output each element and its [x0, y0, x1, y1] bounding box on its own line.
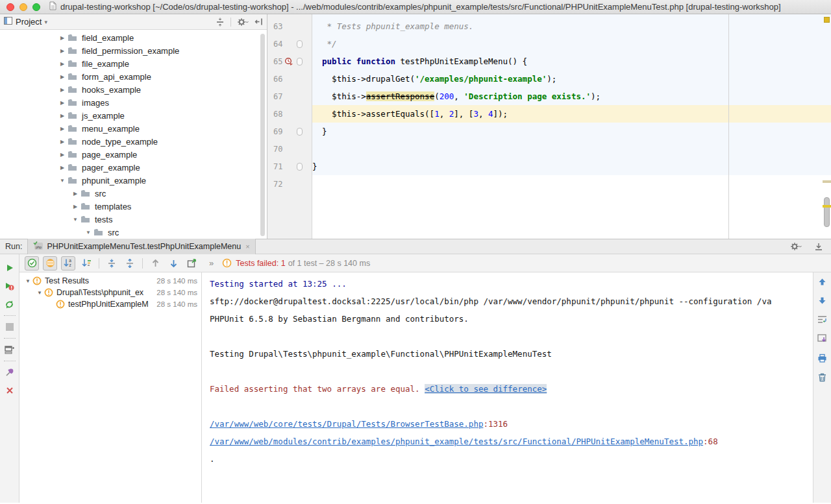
down-stack-trace-button[interactable]: [818, 296, 826, 307]
project-tree-item[interactable]: ▼tests: [0, 213, 267, 226]
project-tree-item[interactable]: ▼phpunit_example: [0, 174, 267, 187]
chevron-expanded-icon[interactable]: ▼: [35, 290, 44, 296]
project-tree-item[interactable]: ▶node_type_example: [0, 135, 267, 148]
chevron-collapsed-icon[interactable]: ▶: [57, 87, 68, 93]
rerun-failed-tests-button[interactable]: [0, 277, 19, 295]
console-text: sftp://docker@drupaltest.docksal:2225/us…: [210, 296, 771, 306]
test-tree-item[interactable]: ▼Test Results28 s 140 ms: [19, 275, 201, 287]
project-tree-item[interactable]: ▶hooks_example: [0, 83, 267, 96]
fold-marker-icon[interactable]: [297, 163, 303, 171]
inspection-status-icon[interactable]: [824, 17, 830, 23]
project-tree-item[interactable]: ▶file_example: [0, 57, 267, 70]
restore-layout-button[interactable]: [0, 341, 19, 359]
chevron-down-icon[interactable]: ▾: [44, 19, 47, 25]
hide-panel-button[interactable]: [254, 18, 263, 26]
editor-line[interactable]: 68 $this->assertEquals([1, 2], [3, 4]);: [267, 105, 831, 123]
project-tree-item[interactable]: ▶page_example: [0, 148, 267, 161]
project-tree-item[interactable]: ▶menu_example: [0, 122, 267, 135]
chevron-collapsed-icon[interactable]: ▶: [57, 126, 68, 132]
chevron-collapsed-icon[interactable]: ▶: [57, 113, 68, 119]
editor-line[interactable]: 65 public function testPhpUnitExampleMen…: [267, 53, 831, 70]
sort-alphabetically-button[interactable]: az: [61, 256, 75, 270]
next-failed-test-button[interactable]: [166, 256, 180, 270]
code-text: * Tests phpunit_example menus.: [312, 18, 831, 35]
run-settings-gear-button[interactable]: [790, 242, 802, 251]
chevron-collapsed-icon[interactable]: ▶: [57, 48, 68, 54]
editor-line[interactable]: 64 */: [267, 35, 831, 53]
console-link[interactable]: <Click to see difference>: [425, 384, 547, 394]
folder-icon: [68, 163, 77, 171]
chevron-collapsed-icon[interactable]: ▶: [57, 74, 68, 80]
rerun-tests-button[interactable]: [0, 259, 19, 277]
close-tab-icon[interactable]: ×: [245, 243, 249, 250]
chevron-collapsed-icon[interactable]: ▶: [70, 191, 81, 197]
project-panel-title[interactable]: Project: [16, 17, 42, 27]
settings-gear-button[interactable]: [237, 18, 249, 27]
collapse-all-button[interactable]: [123, 256, 137, 270]
project-tree-item[interactable]: ▶pager_example: [0, 161, 267, 174]
print-button[interactable]: [817, 354, 827, 365]
project-tree-item[interactable]: ▶form_api_example: [0, 70, 267, 83]
chevron-collapsed-icon[interactable]: ▶: [57, 61, 68, 67]
expand-all-button[interactable]: [105, 256, 119, 270]
show-ignored-button[interactable]: [43, 256, 57, 270]
editor-line[interactable]: 72: [267, 175, 831, 193]
show-passed-button[interactable]: [25, 256, 39, 270]
project-tree-item[interactable]: ▶src: [0, 187, 267, 200]
project-tree-item[interactable]: ▶templates: [0, 200, 267, 213]
chevron-collapsed-icon[interactable]: ▶: [57, 152, 68, 158]
previous-failed-test-button[interactable]: [148, 256, 162, 270]
failed-test-clock-icon[interactable]: [284, 57, 293, 66]
chevron-collapsed-icon[interactable]: ▶: [57, 35, 68, 41]
test-console-output[interactable]: Testing started at 13:25 ...sftp://docke…: [201, 272, 813, 503]
editor-scrollbar[interactable]: [824, 197, 830, 227]
stop-button[interactable]: [0, 318, 19, 336]
console-link[interactable]: /var/www/web/core/tests/Drupal/Tests/Bro…: [210, 419, 483, 429]
minimize-window-button[interactable]: [19, 3, 27, 11]
run-tab[interactable]: php PHPUnitExampleMenuTest.testPhpUnitEx…: [27, 239, 255, 254]
chevron-collapsed-icon[interactable]: ▶: [57, 139, 68, 145]
soft-wrap-button[interactable]: [817, 315, 827, 326]
editor-line[interactable]: 70: [267, 140, 831, 158]
hide-run-panel-button[interactable]: [814, 243, 823, 251]
stripe-caret-mark[interactable]: [823, 205, 831, 208]
fold-marker-icon[interactable]: [297, 128, 303, 136]
chevron-expanded-icon[interactable]: ▼: [70, 217, 81, 222]
code-editor[interactable]: 63 * Tests phpunit_example menus.64 */65…: [267, 14, 831, 239]
toggle-auto-test-button[interactable]: [0, 295, 19, 313]
editor-line[interactable]: 66 $this->drupalGet('/examples/phpunit-e…: [267, 70, 831, 88]
test-tree-item[interactable]: testPhpUnitExampleM28 s 140 ms: [19, 298, 201, 310]
more-actions-chevrons[interactable]: »: [209, 258, 214, 268]
project-tree-item[interactable]: ▶field_permission_example: [0, 44, 267, 57]
project-tree-item[interactable]: ▶js_example: [0, 109, 267, 122]
clear-all-button[interactable]: [818, 373, 826, 384]
close-panel-button[interactable]: [0, 381, 19, 400]
editor-line[interactable]: 67 $this->assertResponse(200, 'Descripti…: [267, 88, 831, 105]
editor-line[interactable]: 69 }: [267, 123, 831, 140]
editor-line[interactable]: 71}: [267, 158, 831, 175]
close-window-button[interactable]: [6, 3, 14, 11]
scroll-to-end-button[interactable]: [817, 334, 827, 345]
project-tree-item[interactable]: ▶images: [0, 96, 267, 109]
chevron-expanded-icon[interactable]: ▼: [23, 278, 32, 284]
console-link[interactable]: /var/www/web/modules/contrib/examples/ph…: [210, 437, 703, 446]
test-tree-item[interactable]: ▼Drupal\Tests\phpunit_ex28 s 140 ms: [19, 287, 201, 298]
sort-by-duration-button[interactable]: [79, 256, 93, 270]
project-tree-item[interactable]: ▼src: [0, 226, 267, 239]
chevron-collapsed-icon[interactable]: ▶: [57, 165, 68, 171]
project-tree-item[interactable]: ▶field_example: [0, 31, 267, 44]
chevron-expanded-icon[interactable]: ▼: [57, 178, 68, 184]
fold-marker-icon[interactable]: [297, 58, 303, 66]
chevron-expanded-icon[interactable]: ▼: [83, 230, 93, 235]
chevron-collapsed-icon[interactable]: ▶: [57, 100, 68, 106]
editor-line[interactable]: 63 * Tests phpunit_example menus.: [267, 18, 831, 35]
chevron-collapsed-icon[interactable]: ▶: [70, 204, 81, 210]
fold-marker-icon[interactable]: [297, 40, 303, 48]
pin-tab-button[interactable]: [0, 363, 19, 381]
export-test-results-button[interactable]: [184, 256, 199, 270]
collapse-all-button[interactable]: [216, 18, 225, 27]
stripe-warning-mark[interactable]: [823, 180, 831, 183]
up-stack-trace-button[interactable]: [818, 278, 826, 288]
zoom-window-button[interactable]: [32, 3, 40, 11]
project-tree-scrollbar[interactable]: [260, 34, 265, 236]
